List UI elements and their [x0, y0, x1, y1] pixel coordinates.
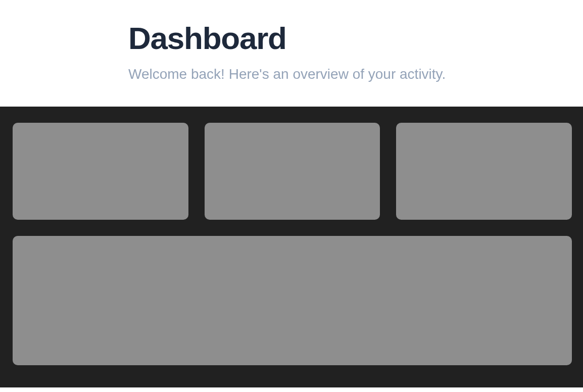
- skeleton-card: [205, 123, 380, 220]
- skeleton-card: [396, 123, 572, 220]
- cards-row: [13, 123, 572, 220]
- skeleton-card: [13, 123, 188, 220]
- skeleton-large-card: [13, 236, 572, 365]
- header-section: Dashboard Welcome back! Here's an overvi…: [0, 0, 583, 107]
- page-title: Dashboard: [128, 20, 583, 56]
- page-subtitle: Welcome back! Here's an overview of your…: [128, 66, 583, 82]
- content-section: [0, 107, 583, 387]
